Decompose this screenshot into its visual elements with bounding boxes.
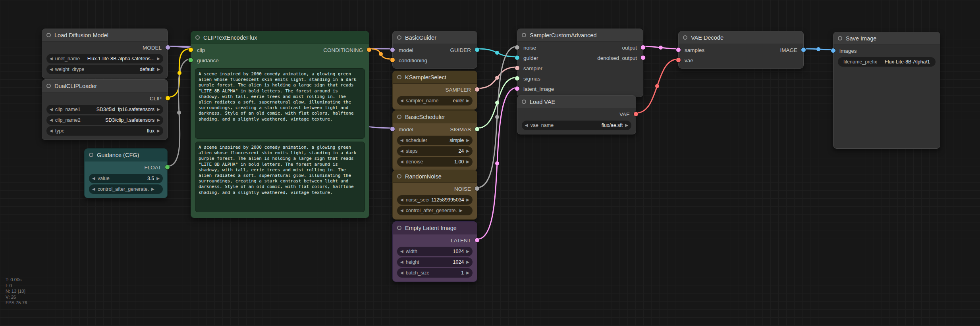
arrow-left-icon[interactable]: ◀ (400, 209, 403, 213)
arrow-left-icon[interactable]: ◀ (400, 260, 403, 264)
node-basic-guider[interactable]: BasicGuider model GUIDER conditioning (392, 31, 477, 69)
widget-height[interactable]: ◀ height 1024 ▶ (397, 257, 473, 267)
arrow-right-icon[interactable]: ▶ (157, 107, 160, 111)
node-title-bar[interactable]: BasicScheduler (393, 111, 477, 123)
node-load-vae[interactable]: Load VAE VAE ◀ vae_name flux/ae.sft ▶ (517, 95, 636, 134)
arrow-left-icon[interactable]: ◀ (50, 129, 53, 133)
vae-output-port[interactable] (633, 111, 639, 117)
float-output-port[interactable] (165, 165, 170, 170)
latent-output-port[interactable] (475, 238, 480, 243)
guider-output-port[interactable] (475, 47, 480, 52)
guidance-input-port[interactable] (188, 58, 193, 63)
collapse-icon[interactable] (522, 100, 526, 104)
node-dual-clip-loader[interactable]: DualCLIPLoader CLIP ◀ clip_name1 SD3/t5x… (42, 79, 168, 140)
model-output-port[interactable] (165, 45, 170, 50)
arrow-right-icon[interactable]: ▶ (459, 209, 463, 213)
arrow-left-icon[interactable]: ◀ (400, 99, 403, 103)
collapse-icon[interactable] (397, 115, 401, 119)
node-title-bar[interactable]: SamplerCustomAdvanced (517, 29, 643, 42)
widget-unet-name[interactable]: ◀ unet_name Flux.1-lite-8B-alpha.safeten… (46, 54, 163, 63)
collapse-icon[interactable] (195, 35, 200, 40)
widget-control-after-generate[interactable]: ◀ control_after_generate. ▶ (89, 184, 163, 194)
collapse-icon[interactable] (522, 33, 526, 37)
arrow-right-icon[interactable]: ▶ (157, 118, 160, 122)
node-vae-decode[interactable]: VAE Decode samples IMAGE vae (678, 31, 804, 69)
widget-scheduler[interactable]: ◀ scheduler simple ▶ (397, 136, 473, 145)
arrow-left-icon[interactable]: ◀ (525, 123, 528, 127)
arrow-right-icon[interactable]: ▶ (466, 271, 469, 275)
arrow-right-icon[interactable]: ▶ (466, 249, 469, 253)
conditioning-input-port[interactable] (390, 58, 395, 63)
node-sampler-custom-advanced[interactable]: SamplerCustomAdvanced noise output guide… (517, 29, 643, 97)
node-title-bar[interactable]: Load VAE (517, 96, 636, 108)
node-title-bar[interactable]: VAE Decode (679, 31, 803, 44)
node-random-noise[interactable]: RandomNoise NOISE ◀ noise_seed 112589995… (392, 170, 477, 220)
node-title-bar[interactable]: Load Diffusion Model (42, 29, 168, 42)
arrow-left-icon[interactable]: ◀ (50, 67, 53, 71)
conditioning-output-port[interactable] (367, 47, 372, 52)
images-input-port[interactable] (831, 48, 836, 53)
arrow-left-icon[interactable]: ◀ (400, 160, 403, 164)
noise-output-port[interactable] (475, 186, 480, 191)
arrow-left-icon[interactable]: ◀ (50, 57, 53, 61)
samples-input-port[interactable] (676, 47, 681, 52)
arrow-right-icon[interactable]: ▶ (625, 123, 628, 127)
node-empty-latent-image[interactable]: Empty Latent Image LATENT ◀ width 1024 ▶… (392, 221, 477, 282)
arrow-left-icon[interactable]: ◀ (400, 198, 403, 202)
sampler-input-port[interactable] (515, 65, 520, 71)
widget-noise-seed[interactable]: ◀ noise_seed 1125899950349 ▶ (397, 195, 473, 205)
collapse-icon[interactable] (397, 35, 401, 40)
node-title-bar[interactable]: CLIPTextEncodeFlux (191, 31, 369, 44)
prompt-textarea-t5[interactable]: A scene inspired by 2000 comedy animatio… (195, 68, 365, 139)
arrow-right-icon[interactable]: ▶ (466, 149, 469, 153)
noise-input-port[interactable] (515, 45, 520, 50)
widget-type[interactable]: ◀ type flux ▶ (46, 126, 163, 136)
widget-value[interactable]: ◀ value 3.5 ▶ (89, 174, 163, 183)
vae-input-port[interactable] (676, 58, 681, 63)
arrow-right-icon[interactable]: ▶ (157, 57, 160, 61)
model-input-port[interactable] (390, 47, 395, 52)
widget-vae-name[interactable]: ◀ vae_name flux/ae.sft ▶ (522, 121, 631, 130)
prompt-textarea-clip[interactable]: A scene inspired by 2000 comedy animatio… (195, 142, 365, 212)
arrow-left-icon[interactable]: ◀ (400, 138, 403, 142)
collapse-icon[interactable] (89, 153, 93, 157)
collapse-icon[interactable] (683, 35, 687, 40)
widget-clip-name2[interactable]: ◀ clip_name2 SD3/clip_l.safetensors ▶ (46, 115, 163, 125)
widget-batch-size[interactable]: ◀ batch_size 1 ▶ (397, 268, 473, 278)
collapse-icon[interactable] (838, 36, 842, 40)
node-title-bar[interactable]: Empty Latent Image (393, 222, 477, 234)
widget-weight-dtype[interactable]: ◀ weight_dtype default ▶ (46, 65, 163, 74)
node-basic-scheduler[interactable]: BasicScheduler model SIGMAS ◀ scheduler … (392, 110, 477, 171)
arrow-left-icon[interactable]: ◀ (50, 107, 53, 111)
sigmas-output-port[interactable] (475, 127, 480, 132)
node-ksampler-select[interactable]: KSamplerSelect SAMPLER ◀ sampler_name eu… (392, 71, 477, 110)
node-title-bar[interactable]: DualCLIPLoader (42, 80, 168, 92)
node-title-bar[interactable]: Guidance (CFG) (85, 149, 167, 161)
model-input-port[interactable] (390, 127, 395, 132)
denoised-output-port[interactable] (640, 55, 646, 60)
widget-control-after-generate[interactable]: ◀ control_after_generate. ▶ (397, 206, 473, 215)
latent-image-input-port[interactable] (515, 86, 520, 91)
collapse-icon[interactable] (397, 174, 401, 178)
arrow-right-icon[interactable]: ▶ (466, 260, 469, 264)
arrow-right-icon[interactable]: ▶ (157, 67, 160, 71)
arrow-right-icon[interactable]: ▶ (466, 160, 469, 164)
output-port[interactable] (640, 45, 646, 50)
arrow-right-icon[interactable]: ▶ (466, 198, 469, 202)
guider-input-port[interactable] (515, 55, 520, 60)
collapse-icon[interactable] (46, 84, 51, 88)
arrow-right-icon[interactable]: ▶ (466, 99, 469, 103)
arrow-left-icon[interactable]: ◀ (92, 176, 95, 180)
arrow-left-icon[interactable]: ◀ (92, 187, 95, 191)
node-title-bar[interactable]: Save Image (833, 32, 940, 45)
widget-filename-prefix[interactable]: filename_prefix Flux-Lite-8B-Alpha/1 (838, 57, 936, 67)
arrow-right-icon[interactable]: ▶ (156, 176, 160, 180)
collapse-icon[interactable] (397, 75, 401, 79)
arrow-right-icon[interactable]: ▶ (151, 187, 154, 191)
sigmas-input-port[interactable] (515, 76, 520, 81)
clip-output-port[interactable] (165, 96, 170, 101)
widget-sampler-name[interactable]: ◀ sampler_name euler ▶ (397, 96, 473, 105)
arrow-left-icon[interactable]: ◀ (50, 118, 53, 122)
node-clip-text-encode-flux[interactable]: CLIPTextEncodeFlux clip CONDITIONING gui… (191, 31, 369, 218)
widget-width[interactable]: ◀ width 1024 ▶ (397, 247, 473, 256)
